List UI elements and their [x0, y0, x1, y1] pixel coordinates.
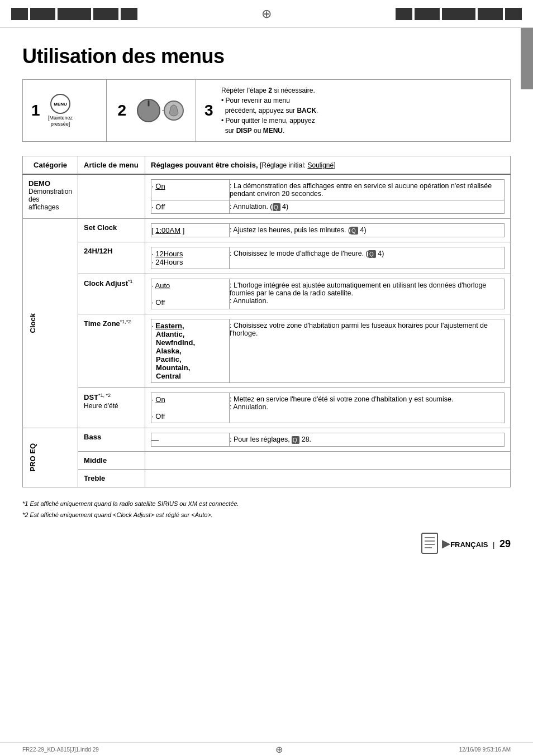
document-icon-wrapper: ▶: [421, 532, 440, 556]
header-block-r1: [505, 8, 522, 20]
svg-rect-12: [422, 533, 437, 553]
header-block-r2: [478, 8, 503, 20]
bass-inner: — : Pour les réglages, Q 28.: [151, 433, 505, 447]
reglages-sub-header: [Réglage initial: Souligné]: [260, 161, 335, 169]
menu-button: MENU: [50, 94, 70, 114]
reglages-main-header: Réglages pouvant être choisis,: [151, 161, 258, 169]
footnote-1: *1 Est affiché uniquement quand la radio…: [22, 499, 511, 510]
main-table: Catégorie Article de menu Réglages pouva…: [22, 156, 511, 487]
table-row-treble: Treble: [23, 470, 511, 487]
language-label: FRANÇAIS: [450, 540, 488, 549]
page-footer-right: ▶ FRANÇAIS | 29: [22, 532, 511, 556]
middle-reglages: [145, 452, 511, 470]
timezone-reglages: · Eastern, Atlantic, NewfndInd, Alaska, …: [145, 314, 511, 388]
24h12h-desc: : Choisissez le mode d'affichage de l'he…: [230, 247, 505, 269]
setclock-desc: : Ajustez les heures, puis les minutes. …: [230, 224, 505, 237]
header-block-r5: [396, 8, 412, 20]
menu-button-icon: MENU [Maintenez pressée]: [48, 94, 73, 127]
24h12h-settings: · 12Hours · 24Hours: [151, 247, 230, 269]
col-article-header: Article de menu: [78, 156, 145, 175]
header-bar: ⊕: [0, 0, 533, 28]
knob-turn-svg: →: [135, 97, 185, 125]
table-row-clockadjust: Clock Adjust*1 · Auto · Off : L'horloge …: [23, 274, 511, 314]
header-block-3: [58, 8, 91, 20]
table-row-dst: DST*1, *2 Heure d'été · On · Off : Mette…: [23, 388, 511, 428]
demo-inner-table: · On : La démonstration des affichages e…: [151, 179, 505, 214]
grey-sidebar: [521, 28, 533, 89]
middle-article: Middle: [78, 452, 145, 470]
demo-sublabel: Démonstration desaffichages: [28, 188, 72, 211]
header-center: ⊕: [137, 7, 396, 21]
steps-box: 1 MENU [Maintenez pressée] 2 →: [22, 79, 511, 142]
table-row-24h12h: 24H/12H · 12Hours · 24Hours : Choisissez…: [23, 242, 511, 274]
demo-off-desc: : Annulation. (Q 4): [230, 200, 505, 214]
header-block-r4: [415, 8, 440, 20]
clock-label: Clock: [28, 313, 37, 333]
dst-inner: · On · Off : Mettez en service l'heure d…: [151, 393, 505, 423]
step-3: 3 Répéter l'étape 2 si nécessaire. • Pou…: [196, 80, 510, 141]
demo-off-row: · Off : Annulation. (Q 4): [151, 200, 505, 214]
search-icon: Q: [273, 203, 280, 211]
dst-sublabel: Heure d'été: [84, 402, 118, 410]
page-content: Utilisation des menus 1 MENU [Maintenez …: [0, 28, 533, 567]
demo-reglages-cell: · On : La démonstration des affichages e…: [145, 174, 511, 219]
demo-article-cell: [78, 174, 145, 219]
footnotes: *1 Est affiché uniquement quand la radio…: [22, 499, 511, 521]
footnote-2: *2 Est affiché uniquement quand <Clock A…: [22, 510, 511, 521]
timezone-desc: : Choisissez votre zone d'habitation par…: [230, 319, 505, 383]
demo-on-row: · On : La démonstration des affichages e…: [151, 180, 505, 200]
bass-reglages: — : Pour les réglages, Q 28.: [145, 428, 511, 452]
proeq-label: PRO EQ: [28, 443, 37, 472]
bottom-bar: FR22-29_KD-A815[J]1.indd 29 ⊕ 12/16/09 9…: [0, 742, 533, 756]
clockadjust-settings: · Auto · Off: [151, 279, 230, 309]
menu-btn-label: [Maintenez pressée]: [48, 115, 73, 127]
step-1: 1 MENU [Maintenez pressée]: [23, 80, 107, 141]
header-block-1: [11, 8, 28, 20]
step-3-content: Répéter l'étape 2 si nécessaire. • Pour …: [221, 85, 318, 136]
svg-text:Q: Q: [274, 204, 278, 210]
demo-label: DEMO: [28, 179, 72, 188]
header-block-2: [30, 8, 55, 20]
dst-settings: · On · Off: [151, 393, 230, 423]
step-2-number: 2: [118, 102, 129, 119]
table-row-timezone: Time Zone*1,*2 · Eastern, Atlantic, Newf…: [23, 314, 511, 388]
bass-article: Bass: [78, 428, 145, 452]
proeq-category-cell: PRO EQ: [23, 428, 78, 487]
header-block-5: [121, 8, 137, 20]
demo-on-setting: · On: [151, 180, 230, 200]
svg-text:Q: Q: [369, 251, 374, 257]
header-block-4: [93, 8, 118, 20]
dst-desc: : Mettez en service l'heure d'été si vot…: [230, 393, 505, 423]
language-page-block: FRANÇAIS | 29: [450, 538, 511, 550]
timezone-settings: · Eastern, Atlantic, NewfndInd, Alaska, …: [151, 319, 230, 383]
col-categorie-header: Catégorie: [23, 156, 78, 175]
demo-off-setting: · Off: [151, 200, 230, 214]
treble-reglages: [145, 470, 511, 487]
step-2-icons: →: [135, 97, 185, 125]
setclock-inner: [ 1:00AM ] : Ajustez les heures, puis le…: [151, 223, 505, 237]
clock-category-cell: Clock: [23, 219, 78, 428]
24h12h-article: 24H/12H: [78, 242, 145, 274]
document-icon: [421, 532, 440, 554]
demo-category-cell: DEMO Démonstration desaffichages: [23, 174, 78, 219]
header-blocks-right: [396, 8, 522, 20]
menu-btn-text: MENU: [54, 102, 67, 107]
step-2: 2 →: [107, 80, 196, 141]
dst-reglages: · On · Off : Mettez en service l'heure d…: [145, 388, 511, 428]
demo-on-text: On: [155, 182, 165, 190]
bass-setting: —: [151, 433, 230, 447]
treble-article: Treble: [78, 470, 145, 487]
header-block-r3: [442, 8, 475, 20]
setclock-article: Set Clock: [78, 219, 145, 242]
setclock-reglages: [ 1:00AM ] : Ajustez les heures, puis le…: [145, 219, 511, 242]
doc-icon-container: ▶ FRANÇAIS | 29: [421, 532, 511, 556]
footer-compass-icon: ⊕: [99, 744, 459, 755]
demo-on-desc: : La démonstration des affichages entre …: [230, 180, 505, 200]
table-row-middle: Middle: [23, 452, 511, 470]
clockadjust-desc: : L'horloge intégrée est ajustée automat…: [230, 279, 505, 309]
clockadjust-article: Clock Adjust*1: [78, 274, 145, 314]
table-row-demo: DEMO Démonstration desaffichages · On : …: [23, 174, 511, 219]
footer-right-text: 12/16/09 9:53:16 AM: [459, 747, 511, 753]
svg-text:Q: Q: [351, 228, 356, 234]
bass-desc: : Pour les réglages, Q 28.: [230, 433, 505, 447]
